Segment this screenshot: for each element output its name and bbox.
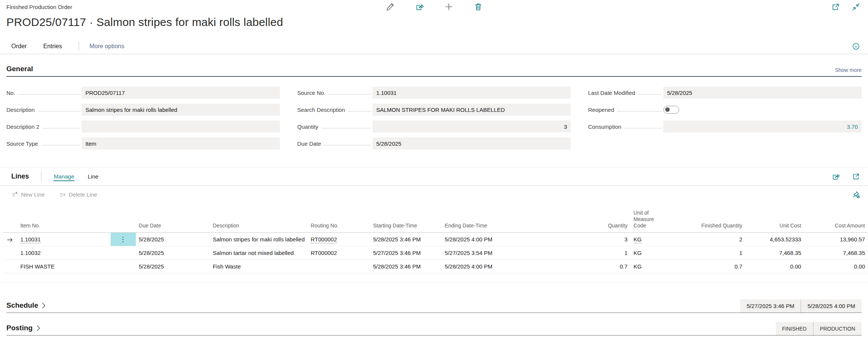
menu-more-options[interactable]: More options [90, 43, 125, 50]
lines-expand-button[interactable] [851, 172, 860, 181]
uom-link[interactable]: KG [634, 236, 642, 243]
field-value-last-date-modified[interactable]: 5/28/2025 [663, 87, 862, 99]
schedule-summary-boxes: 5/27/2025 3:46 PM 5/28/2025 4:00 PM [740, 299, 862, 313]
trash-icon [474, 2, 483, 11]
right-arrow-icon [7, 237, 14, 243]
posting-status-value[interactable]: FINISHED [776, 322, 813, 335]
info-button[interactable] [851, 42, 860, 51]
field-value-search-description[interactable]: SALMON STRIPES FOR MAKI ROLLS LABELLED [372, 104, 571, 116]
row-indicator [3, 246, 17, 260]
col-unit-of-measure-code[interactable]: Unit of Measure Code [631, 210, 668, 233]
cell-finished-quantity[interactable]: 0.7 [668, 260, 745, 273]
cell-due-date[interactable]: 5/28/2025 [136, 233, 210, 246]
schedule-expand-button[interactable]: Schedule [6, 301, 46, 313]
col-item-no[interactable]: Item No. [17, 210, 111, 233]
cell-unit-cost[interactable]: 4,653.52333 [745, 233, 804, 246]
posting-expand-button[interactable]: Posting [6, 324, 40, 335]
selected-row-arrow [3, 233, 17, 246]
cell-unit-cost[interactable]: 0.00 [745, 260, 804, 273]
ellipsis-vertical-icon [120, 236, 126, 243]
field-value-source-no[interactable]: 1.10031 [372, 87, 571, 99]
cell-description[interactable]: Salmon stripes for maki rolls labelled [210, 233, 308, 246]
field-reopened: Reopened [588, 104, 862, 116]
field-label: No. [6, 90, 15, 96]
field-value-no[interactable]: PROD25/07117 [82, 87, 280, 99]
field-value-source-type[interactable]: Item [82, 137, 280, 149]
cell-quantity[interactable]: 0.7 [535, 260, 631, 273]
cell-starting-date-time[interactable]: 5/28/2025 3:46 PM [370, 233, 442, 246]
show-more-link[interactable]: Show more [835, 67, 862, 73]
general-column-3: Last Date Modified 5/28/2025 Reopened Co… [588, 87, 862, 154]
item-no-link[interactable]: 1.10031 [20, 236, 41, 243]
top-action-bar [386, 2, 483, 11]
posting-type-value[interactable]: PRODUCTION [813, 322, 862, 335]
lines-table: Item No. Due Date Description Routing No… [3, 210, 868, 273]
cell-cost-amount[interactable]: 0.00 [804, 260, 868, 273]
cell-uom-code[interactable]: KG [631, 233, 668, 246]
col-unit-cost[interactable]: Unit Cost [745, 210, 804, 233]
collapse-button[interactable] [851, 2, 860, 11]
col-ending-date-time[interactable]: Ending Date-Time [442, 210, 535, 233]
lines-share-button[interactable] [831, 172, 840, 181]
cell-item-no[interactable]: 1.10032 [17, 246, 111, 260]
col-description[interactable]: Description [210, 210, 308, 233]
cell-description[interactable]: Salmon tartar not mixed labelled [210, 246, 308, 260]
cell-starting-date-time[interactable]: 5/28/2025 3:46 PM [370, 260, 442, 273]
edit-button[interactable] [386, 2, 395, 11]
cell-routing-no[interactable]: RT000002 [308, 233, 370, 246]
cell-finished-quantity[interactable]: 2 [668, 233, 745, 246]
field-value-description[interactable]: Salmon stripes for maki rolls labelled [82, 104, 280, 116]
cell-cost-amount[interactable]: 7,468.35 [804, 246, 868, 260]
row-menu-cell[interactable] [111, 233, 136, 246]
col-routing-no[interactable]: Routing No. [308, 210, 370, 233]
cell-description[interactable]: Fish Waste [210, 260, 308, 273]
col-cost-amount[interactable]: Cost Amount [804, 210, 868, 233]
cell-routing-no[interactable] [308, 260, 370, 273]
cell-routing-no[interactable]: RT000002 [308, 246, 370, 260]
tab-manage[interactable]: Manage [53, 172, 74, 181]
cell-uom-code[interactable]: KG [631, 246, 668, 260]
unpin-button[interactable] [851, 190, 860, 199]
row-menu-cell[interactable] [111, 260, 136, 273]
cell-unit-cost[interactable]: 7,468.35 [745, 246, 804, 260]
col-starting-date-time[interactable]: Starting Date-Time [370, 210, 442, 233]
cell-item-no[interactable]: 1.10031 [17, 233, 111, 246]
share-button[interactable] [415, 2, 424, 11]
field-value-description-2[interactable] [82, 121, 280, 133]
row-menu-cell[interactable] [111, 246, 136, 260]
delete-button[interactable] [474, 2, 483, 11]
menu-entries[interactable]: Entries [43, 43, 62, 50]
col-finished-quantity[interactable]: Finished Quantity [668, 210, 745, 233]
cell-ending-date-time[interactable]: 5/27/2025 3:54 PM [442, 246, 535, 260]
col-quantity[interactable]: Quantity [535, 210, 631, 233]
reopened-toggle[interactable] [663, 106, 679, 114]
new-line-button[interactable]: New Line [11, 191, 45, 198]
cell-cost-amount[interactable]: 13,960.57 [804, 233, 868, 246]
routing-no-link[interactable]: RT000002 [311, 236, 337, 243]
cell-quantity[interactable]: 3 [535, 233, 631, 246]
cell-quantity[interactable]: 1 [535, 246, 631, 260]
open-in-new-window-button[interactable] [831, 2, 840, 11]
field-value-consumption[interactable]: 3.70 [663, 121, 862, 133]
cell-finished-quantity[interactable]: 1 [668, 246, 745, 260]
cell-item-no[interactable]: FISH WASTE [17, 260, 111, 273]
schedule-starting-value[interactable]: 5/27/2025 3:46 PM [740, 299, 801, 313]
cell-ending-date-time[interactable]: 5/28/2025 4:00 PM [442, 233, 535, 246]
field-value-due-date[interactable]: 5/28/2025 [372, 137, 571, 149]
table-row: 1.10032 5/28/2025 Salmon tartar not mixe… [3, 246, 868, 260]
delete-line-button[interactable]: Delete Line [59, 191, 97, 198]
cell-starting-date-time[interactable]: 5/27/2025 3:46 PM [370, 246, 442, 260]
dotted-leader [348, 111, 371, 111]
cell-ending-date-time[interactable]: 5/28/2025 4:00 PM [442, 260, 535, 273]
schedule-ending-value[interactable]: 5/28/2025 4:00 PM [801, 299, 862, 313]
cell-due-date[interactable]: 5/28/2025 [136, 246, 210, 260]
col-due-date[interactable]: Due Date [136, 210, 210, 233]
add-button[interactable] [444, 2, 453, 11]
field-value-quantity[interactable]: 3 [372, 121, 571, 133]
field-label: Description [6, 107, 35, 113]
general-fields: No. PROD25/07117 Description Salmon stri… [6, 87, 862, 154]
cell-uom-code[interactable]: KG [631, 260, 668, 273]
tab-line[interactable]: Line [87, 172, 99, 181]
menu-order[interactable]: Order [11, 43, 27, 50]
cell-due-date[interactable]: 5/28/2025 [136, 260, 210, 273]
